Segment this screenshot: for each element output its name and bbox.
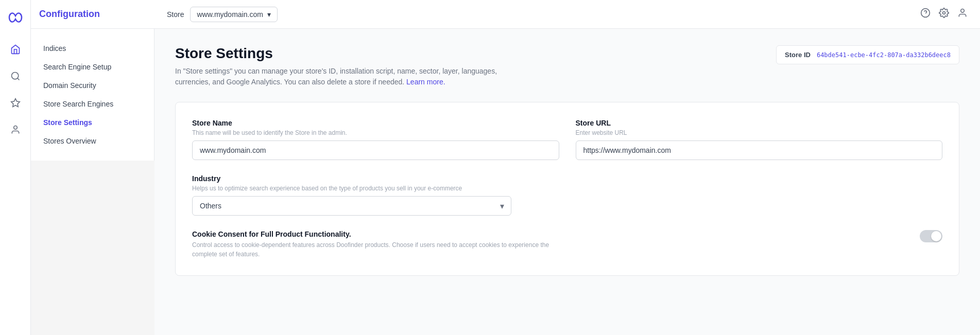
- industry-sublabel: Helps us to optimize search experience b…: [192, 185, 942, 192]
- store-url-sublabel: Enter website URL: [576, 129, 943, 136]
- cookie-text: Cookie Consent for Full Product Function…: [192, 230, 907, 259]
- cookie-toggle-track[interactable]: [920, 230, 942, 242]
- top-bar-left: Store www.mydomain.com ▾: [167, 7, 278, 22]
- sidebar-item-store-settings[interactable]: Store Settings: [31, 113, 154, 132]
- person-icon[interactable]: [7, 121, 24, 138]
- store-selector-chevron: ▾: [267, 10, 271, 19]
- settings-icon[interactable]: [939, 8, 949, 21]
- sidebar-item-indices[interactable]: Indices: [31, 39, 154, 58]
- sidebar-item-store-search-engines[interactable]: Store Search Engines: [31, 95, 154, 113]
- star-icon[interactable]: [7, 95, 24, 111]
- store-name-sublabel: This name will be used to identify the S…: [192, 129, 559, 136]
- svg-marker-2: [11, 99, 20, 107]
- svg-point-0: [11, 73, 18, 79]
- store-label: Store: [167, 10, 184, 19]
- cookie-title: Cookie Consent for Full Product Function…: [192, 230, 907, 238]
- app-logo[interactable]: [6, 8, 25, 27]
- store-id-label: Store ID: [785, 51, 811, 59]
- icon-sidebar: [0, 0, 31, 335]
- settings-card: Store Name This name will be used to ide…: [175, 102, 959, 276]
- app-title: Configuration: [39, 9, 100, 20]
- top-bar-right: [920, 8, 968, 21]
- svg-point-3: [13, 126, 17, 130]
- store-id-value: 64bde541-ecbe-4fc2-807a-da332b6deec8: [817, 51, 951, 59]
- store-url-group: Store URL Enter website URL: [576, 119, 943, 160]
- store-selector[interactable]: www.mydomain.com ▾: [190, 7, 277, 22]
- page-title: Store Settings: [175, 45, 505, 62]
- home-icon[interactable]: [7, 41, 24, 58]
- store-selector-value: www.mydomain.com: [197, 10, 263, 19]
- sidebar-item-stores-overview[interactable]: Stores Overview: [31, 132, 154, 150]
- main-area: Store www.mydomain.com ▾: [154, 0, 980, 335]
- name-url-row: Store Name This name will be used to ide…: [192, 119, 942, 160]
- cookie-toggle[interactable]: [920, 230, 942, 242]
- sidebar-item-domain-security[interactable]: Domain Security: [31, 76, 154, 95]
- store-name-group: Store Name This name will be used to ide…: [192, 119, 559, 160]
- page-header: Store Settings In "Store settings" you c…: [175, 45, 959, 87]
- svg-point-6: [943, 12, 945, 14]
- help-icon[interactable]: [920, 8, 931, 21]
- industry-group: Industry Helps us to optimize search exp…: [192, 174, 942, 216]
- cookie-consent-row: Cookie Consent for Full Product Function…: [192, 230, 942, 259]
- left-nav: Indices Search Engine Setup Domain Secur…: [31, 29, 154, 161]
- store-name-label: Store Name: [192, 119, 559, 127]
- store-id-box: Store ID 64bde541-ecbe-4fc2-807a-da332b6…: [776, 45, 959, 64]
- user-icon[interactable]: [957, 8, 968, 21]
- sidebar-item-search-engine-setup[interactable]: Search Engine Setup: [31, 58, 154, 76]
- content-area: Store Settings In "Store settings" you c…: [154, 29, 980, 335]
- store-url-input[interactable]: [576, 140, 943, 160]
- cookie-toggle-thumb: [931, 231, 941, 241]
- learn-more-link[interactable]: Learn more.: [406, 78, 445, 86]
- svg-point-7: [961, 9, 965, 13]
- svg-line-1: [17, 78, 19, 80]
- page-description: In "Store settings" you can manage your …: [175, 66, 505, 87]
- app-title-bar: Configuration: [31, 0, 154, 29]
- search-icon[interactable]: [7, 68, 24, 84]
- store-name-input[interactable]: [192, 140, 559, 160]
- industry-select[interactable]: Others Fashion Electronics Home & Garden…: [192, 196, 511, 216]
- cookie-desc: Control access to cookie-dependent featu…: [192, 240, 563, 259]
- store-url-label: Store URL: [576, 119, 943, 127]
- industry-select-wrapper: Others Fashion Electronics Home & Garden…: [192, 196, 511, 216]
- top-bar: Store www.mydomain.com ▾: [154, 0, 980, 29]
- industry-label: Industry: [192, 174, 942, 183]
